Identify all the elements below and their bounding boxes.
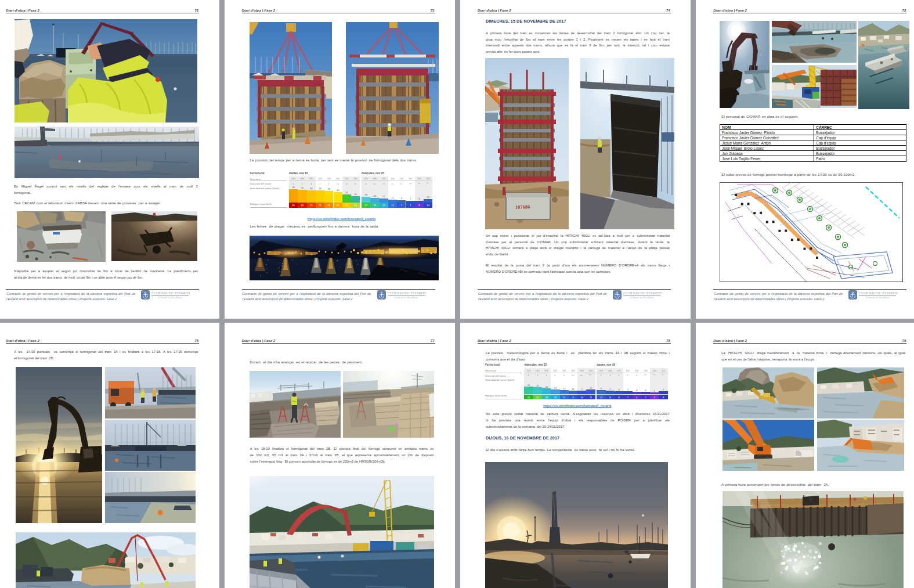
svg-text:107686: 107686 (515, 204, 530, 210)
